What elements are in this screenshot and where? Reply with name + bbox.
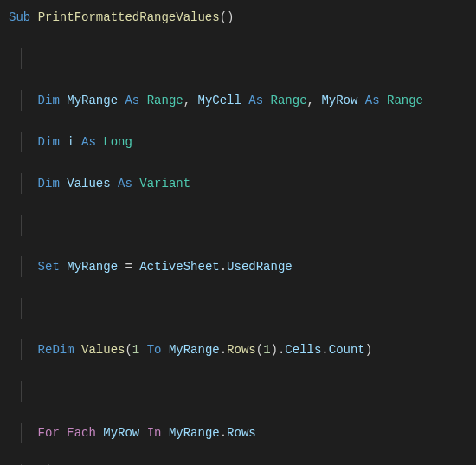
obj-activesheet: ActiveSheet	[139, 260, 219, 274]
type-range: Range	[147, 94, 183, 107]
keyword-each: Each	[67, 426, 96, 440]
code-line: For Each MyRow In MyRange.Rows	[9, 423, 467, 443]
prop-usedrange: UsedRange	[227, 260, 293, 274]
keyword-redim: ReDim	[38, 343, 74, 357]
code-line: Dim MyRange As Range, MyCell As Range, M…	[9, 90, 467, 111]
blank-line	[9, 48, 467, 69]
keyword-to: To	[147, 343, 162, 357]
keyword-set: Set	[38, 260, 60, 274]
type-variant: Variant	[139, 177, 190, 191]
blank-line	[9, 298, 467, 319]
code-line: Sub PrintFormattedRangeValues()	[9, 7, 467, 28]
literal-number: 1	[132, 343, 139, 357]
var-i: i	[67, 135, 74, 149]
keyword-in: In	[147, 426, 162, 440]
keyword-for: For	[38, 426, 60, 440]
blank-line	[9, 215, 467, 236]
blank-line	[9, 381, 467, 402]
code-line: Dim Values As Variant	[9, 173, 467, 194]
keyword-as: As	[125, 94, 139, 107]
code-line: ReDim Values(1 To MyRange.Rows(1).Cells.…	[9, 339, 467, 360]
var-values: Values	[67, 177, 110, 191]
sub-name: PrintFormattedRangeValues	[38, 10, 220, 24]
var-myrange: MyRange	[67, 94, 118, 107]
var-myrow: MyRow	[321, 94, 357, 107]
code-line: Dim i As Long	[9, 132, 467, 152]
type-long: Long	[103, 135, 132, 149]
keyword-sub: Sub	[9, 10, 30, 24]
var-mycell: MyCell	[198, 94, 241, 107]
code-line: Set MyRange = ActiveSheet.UsedRange	[9, 256, 467, 277]
code-block: Sub PrintFormattedRangeValues() Dim MyRa…	[0, 0, 476, 465]
keyword-dim: Dim	[38, 94, 60, 107]
